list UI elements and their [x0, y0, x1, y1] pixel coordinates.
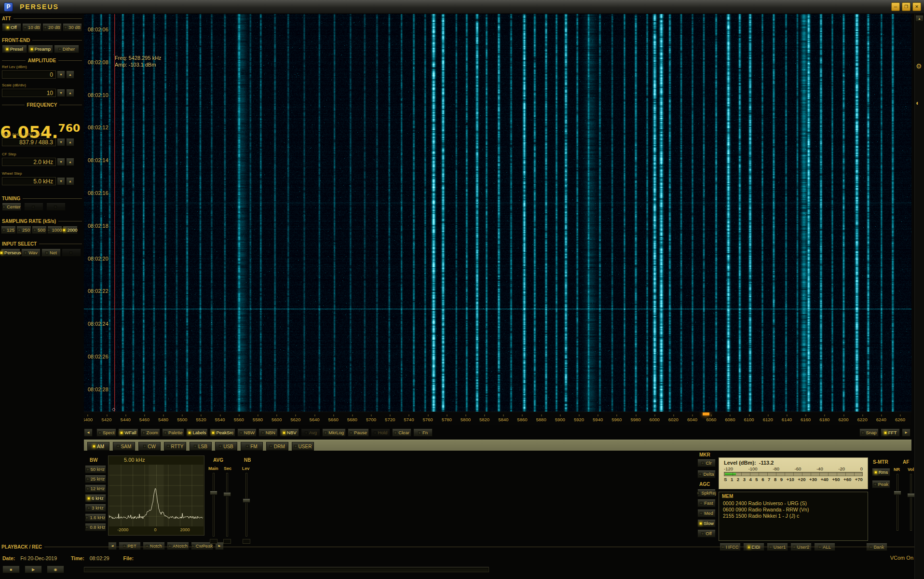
contrast-icon[interactable]: ◐ — [916, 99, 920, 107]
nr-slider[interactable] — [893, 474, 902, 531]
nb-spinbox[interactable] — [243, 539, 250, 544]
ref-level-value[interactable]: 0 — [2, 70, 56, 79]
bandwidth-button[interactable]: 3 kHz — [85, 504, 106, 512]
toolbar-button[interactable]: Avg — [301, 428, 320, 437]
cf-step-up-button[interactable]: ▲ — [66, 158, 74, 166]
mode-button[interactable]: CW — [138, 442, 161, 451]
transport-button[interactable]: ◉ — [47, 565, 64, 573]
input-select-button[interactable]: Net — [41, 248, 61, 257]
scale-up-button[interactable]: ▲ — [66, 89, 74, 97]
avg-sec-slider[interactable] — [223, 473, 231, 537]
bandwidth-button[interactable]: 6 kHz — [85, 494, 106, 502]
frontend-button[interactable]: Dither — [54, 45, 79, 53]
toolbar-button[interactable]: NBV — [280, 428, 299, 437]
toolbar-button[interactable]: Labels — [186, 428, 208, 437]
agc-button[interactable]: Off — [697, 529, 716, 538]
memory-entry[interactable]: 0600 0900 Radio Rwanda - RRW (Vn) — [723, 507, 864, 513]
wheel-step-value[interactable]: 5.0 kHz — [2, 177, 56, 185]
tuning-button[interactable]: Center — [2, 203, 21, 211]
agc-button[interactable]: Med — [697, 509, 716, 517]
scale-value[interactable]: 10 — [2, 89, 56, 97]
mode-button[interactable]: DRM — [266, 442, 288, 451]
mode-button[interactable]: FM — [241, 442, 263, 451]
mode-button[interactable]: USER — [292, 442, 314, 451]
waterfall-canvas[interactable] — [84, 14, 911, 412]
toolbar-button[interactable]: MkrLog — [322, 428, 346, 437]
toolbar-button[interactable]: WFall — [118, 428, 138, 437]
mode-button[interactable]: AM — [87, 442, 109, 451]
toolbar-button[interactable]: Palette — [162, 428, 185, 437]
bandwidth-button[interactable]: 0.8 kHz — [85, 523, 106, 531]
if-spectrum-canvas[interactable] — [109, 465, 204, 526]
nb-level-slider[interactable] — [242, 473, 251, 537]
att-button[interactable]: 20 dB — [42, 23, 62, 31]
settings-gear-icon[interactable]: ⚙ — [916, 62, 922, 70]
avg-main-slider[interactable] — [209, 473, 218, 537]
tuning-button[interactable] — [24, 203, 43, 211]
bandwidth-button[interactable]: 1.6 kHz — [85, 513, 106, 522]
bandwidth-button[interactable]: 50 kHz — [85, 465, 106, 473]
input-select-button[interactable] — [62, 248, 81, 257]
att-button[interactable]: 30 dB — [63, 23, 82, 31]
agc-button[interactable]: Fast — [697, 499, 716, 507]
smtr-button[interactable]: Rms — [872, 468, 890, 476]
bandwidth-button[interactable]: 25 kHz — [85, 475, 106, 483]
agc-button[interactable]: Slow — [697, 519, 716, 527]
minimize-button[interactable]: ─ — [891, 2, 900, 11]
frontend-button[interactable]: Presel — [2, 45, 27, 53]
memory-entry[interactable]: 0000 2400 Radio Universo - URG (S) — [723, 500, 864, 507]
playback-progress-bar[interactable] — [84, 567, 489, 572]
wheel-step-down-button[interactable]: ▼ — [57, 177, 65, 185]
sampling-rate-button[interactable]: 125 — [1, 226, 16, 234]
cf-step-down-button[interactable]: ▼ — [57, 158, 65, 166]
wheel-step-up-button[interactable]: ▲ — [66, 177, 74, 185]
toolbar-right-arrow[interactable]: ► — [902, 428, 910, 437]
avg-main-spinbox[interactable] — [210, 539, 217, 544]
toolbar-button[interactable]: Clear — [392, 428, 411, 437]
span-up-button[interactable]: ▲ — [66, 138, 74, 146]
mode-button[interactable]: USB — [215, 442, 237, 451]
sampling-rate-button[interactable]: 250 — [16, 226, 31, 234]
toolbar-button[interactable]: Pause — [348, 428, 369, 437]
input-select-button[interactable]: Perseus — [1, 248, 20, 257]
tuning-marker[interactable] — [703, 413, 709, 415]
toolbar-button[interactable]: Hold — [371, 428, 390, 437]
sampling-rate-button[interactable]: 1000 — [47, 226, 62, 234]
toolbar-button[interactable]: Snap — [859, 428, 879, 437]
marker-button[interactable]: Delta — [697, 470, 716, 478]
frontend-button[interactable]: Preamp — [28, 45, 53, 53]
transport-button[interactable]: ▶ — [25, 565, 42, 573]
sampling-rate-button[interactable]: 2000 — [63, 226, 78, 234]
sampling-rate-button[interactable]: 500 — [32, 226, 47, 234]
toolbar-button[interactable]: Fn — [413, 428, 433, 437]
toolbar-button[interactable]: Zoom — [140, 428, 160, 437]
scale-down-button[interactable]: ▼ — [57, 89, 65, 97]
toolbar-button[interactable]: Spect — [96, 428, 116, 437]
agc-button[interactable]: SpkRej — [697, 489, 716, 497]
frequency-scale[interactable]: 5400542054405460548055005520554055605580… — [84, 412, 911, 425]
avg-sec-spinbox[interactable] — [223, 539, 231, 544]
ref-level-down-button[interactable]: ▼ — [57, 70, 65, 79]
maximize-button[interactable]: ❐ — [902, 2, 910, 11]
memory-entry[interactable]: 2155 1500 Radio Nikkei 1 - J (J) c — [723, 513, 864, 519]
smtr-button[interactable]: Peak — [872, 480, 890, 488]
input-select-button[interactable]: Wav — [21, 248, 41, 257]
ref-level-up-button[interactable]: ▲ — [66, 70, 74, 79]
scroll-up-button[interactable]: ▲ — [915, 15, 924, 22]
span-value[interactable]: 837.9 / 488.3 — [2, 138, 56, 146]
toolbar-button[interactable]: PeakSrc — [210, 428, 235, 437]
mode-button[interactable]: RTTY — [164, 442, 186, 451]
close-button[interactable]: ✕ — [912, 2, 921, 11]
cf-step-value[interactable]: 2.0 kHz — [2, 158, 56, 166]
toolbar-button[interactable]: NBW — [237, 428, 257, 437]
toolbar-button[interactable]: FFT — [881, 428, 900, 437]
transport-button[interactable]: ■ — [2, 565, 20, 573]
toolbar-left-arrow[interactable]: ◄ — [84, 428, 93, 437]
marker-button[interactable]: Clr — [697, 459, 716, 467]
mode-button[interactable]: SAM — [113, 442, 135, 451]
tuning-button[interactable] — [46, 203, 66, 211]
bandwidth-button[interactable]: 12 kHz — [85, 484, 106, 493]
span-down-button[interactable]: ▼ — [57, 138, 65, 146]
mode-button[interactable]: LSB — [190, 442, 212, 451]
toolbar-button[interactable]: NBN — [258, 428, 278, 437]
